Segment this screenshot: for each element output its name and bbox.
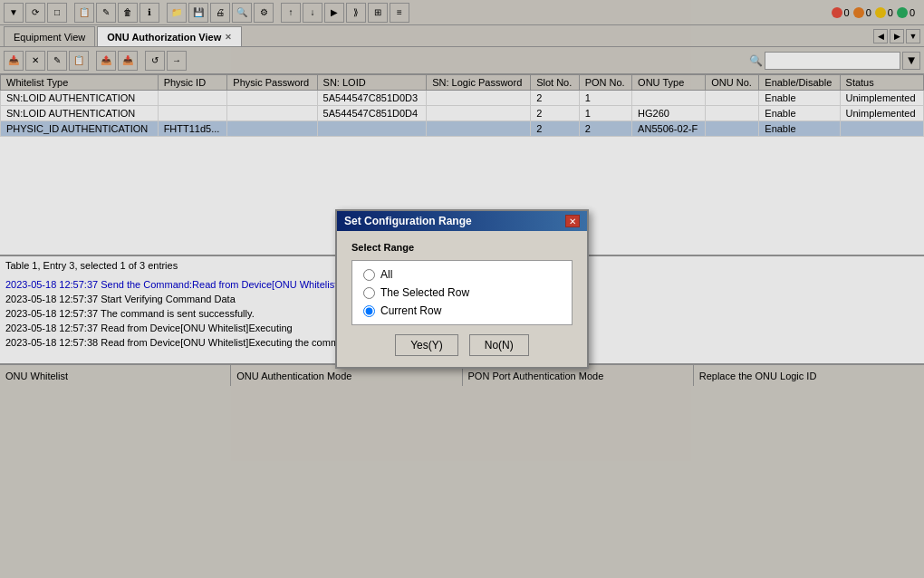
- modal-option-group: All The Selected Row Current Row: [351, 260, 573, 325]
- label-selected-row: The Selected Row: [380, 286, 469, 299]
- radio-all[interactable]: [363, 269, 375, 281]
- yes-button[interactable]: Yes(Y): [395, 334, 458, 356]
- modal-option-all: All: [363, 268, 561, 281]
- modal-titlebar: Set Configuration Range ✕: [337, 211, 587, 231]
- radio-current-row[interactable]: [363, 305, 375, 317]
- no-button[interactable]: No(N): [469, 334, 529, 356]
- modal-buttons: Yes(Y) No(N): [351, 334, 573, 356]
- label-all: All: [380, 268, 392, 281]
- modal-overlay: Set Configuration Range ✕ Select Range A…: [0, 0, 924, 578]
- modal-option-current-row: Current Row: [363, 304, 561, 317]
- radio-selected-row[interactable]: [363, 287, 375, 299]
- label-current-row: Current Row: [380, 304, 441, 317]
- modal-dialog: Set Configuration Range ✕ Select Range A…: [335, 209, 589, 369]
- modal-close-button[interactable]: ✕: [565, 215, 580, 227]
- modal-section-label: Select Range: [351, 242, 573, 253]
- modal-option-selected-row: The Selected Row: [363, 286, 561, 299]
- modal-title: Set Configuration Range: [344, 215, 472, 227]
- modal-body: Select Range All The Selected Row Curren…: [337, 231, 587, 367]
